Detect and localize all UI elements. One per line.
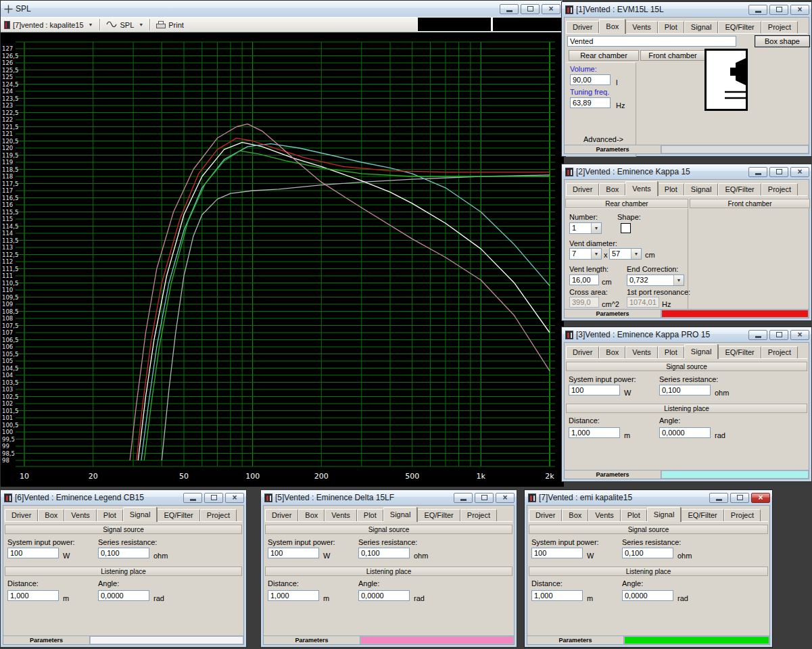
tab-eq-filter[interactable]: EQ/Filter: [157, 509, 199, 521]
parameters-bar[interactable]: Parameters: [565, 309, 809, 318]
maximize-button[interactable]: [521, 4, 540, 14]
maximize-button[interactable]: [769, 167, 788, 177]
tab-plot[interactable]: Plot: [658, 346, 684, 358]
number-combo[interactable]: 1▼: [569, 222, 602, 234]
window-1-titlebar[interactable]: [1]Vented : EVM15L 15L ×: [562, 2, 811, 17]
series-resistance-input[interactable]: [659, 385, 711, 395]
series-resistance-input[interactable]: [358, 548, 410, 558]
tab-box[interactable]: Box: [599, 19, 625, 34]
driver-select-combo[interactable]: [7]vented : kapalite15 ▼: [1, 18, 97, 32]
vent-height-combo[interactable]: 57▼: [609, 248, 642, 260]
distance-input[interactable]: [531, 590, 583, 601]
input-power-input[interactable]: [531, 548, 583, 558]
minimize-button[interactable]: [748, 5, 767, 15]
front-chamber-header[interactable]: Front chamber: [690, 199, 810, 208]
tab-eq-filter[interactable]: EQ/Filter: [718, 21, 761, 33]
spl-chart[interactable]: 127126,5126125,5125124,5124123,5123122,5…: [1, 32, 564, 487]
tab-vents[interactable]: Vents: [625, 21, 658, 33]
tab-driver[interactable]: Driver: [566, 183, 599, 195]
tab-project[interactable]: Project: [460, 509, 497, 521]
maximize-button[interactable]: [769, 330, 788, 340]
volume-input[interactable]: [570, 74, 611, 85]
maximize-button[interactable]: [204, 493, 223, 503]
tab-plot[interactable]: Plot: [621, 509, 647, 521]
tab-box[interactable]: Box: [38, 509, 64, 521]
tab-plot[interactable]: Plot: [658, 183, 684, 195]
series-resistance-input[interactable]: [98, 548, 149, 558]
series-resistance-input[interactable]: [622, 548, 673, 558]
tab-vents[interactable]: Vents: [588, 509, 621, 521]
tab-vents[interactable]: Vents: [625, 181, 658, 196]
window-3-titlebar[interactable]: [3]Vented : Eminence Kappa PRO 15 ×: [562, 327, 811, 342]
tab-driver[interactable]: Driver: [566, 21, 599, 33]
minimize-button[interactable]: [709, 493, 728, 503]
print-button[interactable]: Print: [153, 18, 187, 32]
vent-length-input[interactable]: [569, 274, 599, 285]
distance-input[interactable]: [7, 590, 59, 601]
front-chamber-button[interactable]: Front chamber: [640, 50, 705, 61]
angle-input[interactable]: [659, 427, 711, 438]
input-power-input[interactable]: [7, 548, 59, 558]
tab-box[interactable]: Box: [298, 509, 325, 521]
angle-input[interactable]: [358, 590, 410, 601]
minimize-button[interactable]: [454, 493, 473, 503]
distance-input[interactable]: [569, 427, 620, 438]
parameters-bar[interactable]: Parameters: [565, 470, 809, 479]
tab-box[interactable]: Box: [599, 346, 625, 358]
tuning-freq-input[interactable]: [570, 97, 611, 108]
vent-diameter-combo[interactable]: 7▼: [569, 248, 602, 260]
tab-project[interactable]: Project: [761, 21, 798, 33]
tab-vents[interactable]: Vents: [625, 346, 658, 358]
rear-chamber-button[interactable]: Rear chamber: [569, 50, 639, 61]
rear-chamber-header[interactable]: Rear chamber: [565, 199, 688, 208]
tab-project[interactable]: Project: [200, 509, 237, 521]
tab-eq-filter[interactable]: EQ/Filter: [718, 346, 761, 358]
minimize-button[interactable]: [748, 167, 767, 177]
angle-input[interactable]: [98, 590, 149, 601]
shape-box-icon[interactable]: [621, 223, 631, 233]
tab-vents[interactable]: Vents: [325, 509, 357, 521]
window-5-titlebar[interactable]: [5]Vented : Eminence Delta 15LF ×: [261, 490, 517, 505]
tab-project[interactable]: Project: [724, 509, 761, 521]
box-type-field[interactable]: [567, 36, 736, 47]
minimize-button[interactable]: [748, 330, 767, 340]
tab-eq-filter[interactable]: EQ/Filter: [718, 183, 761, 195]
distance-input[interactable]: [268, 590, 319, 601]
tab-signal[interactable]: Signal: [684, 344, 719, 359]
input-power-input[interactable]: [569, 385, 620, 395]
tab-plot[interactable]: Plot: [357, 509, 383, 521]
parameters-bar[interactable]: Parameters: [264, 635, 514, 644]
tab-signal[interactable]: Signal: [383, 507, 418, 522]
minimize-button[interactable]: [500, 4, 519, 14]
angle-input[interactable]: [622, 590, 673, 601]
tab-box[interactable]: Box: [599, 183, 625, 195]
close-button[interactable]: ×: [790, 330, 809, 340]
tab-project[interactable]: Project: [761, 183, 798, 195]
tab-eq-filter[interactable]: EQ/Filter: [417, 509, 460, 521]
end-correction-combo[interactable]: 0,732▼: [627, 274, 684, 286]
close-button[interactable]: ×: [790, 5, 809, 15]
tab-driver[interactable]: Driver: [5, 509, 38, 521]
parameters-bar[interactable]: Parameters: [3, 635, 243, 644]
tab-signal[interactable]: Signal: [647, 507, 682, 522]
parameters-bar[interactable]: Parameters: [527, 635, 769, 644]
close-button[interactable]: ×: [751, 493, 770, 503]
input-power-input[interactable]: [268, 548, 319, 558]
maximize-button[interactable]: [769, 5, 788, 15]
window-6-titlebar[interactable]: [6]Vented : Eminence Legend CB15 ×: [1, 490, 246, 505]
tab-box[interactable]: Box: [562, 509, 588, 521]
tab-plot[interactable]: Plot: [97, 509, 123, 521]
box-shape-button[interactable]: Box shape: [755, 35, 810, 47]
tab-driver[interactable]: Driver: [265, 509, 298, 521]
tab-signal[interactable]: Signal: [684, 183, 719, 195]
advanced-button[interactable]: Advanced->: [583, 135, 623, 143]
tab-plot[interactable]: Plot: [658, 21, 684, 33]
tab-signal[interactable]: Signal: [123, 507, 158, 522]
parameters-bar[interactable]: Parameters: [565, 145, 809, 153]
maximize-button[interactable]: [730, 493, 749, 503]
close-button[interactable]: ×: [790, 167, 809, 177]
graph-type-combo[interactable]: SPL ▼: [103, 18, 147, 32]
tab-driver[interactable]: Driver: [566, 346, 599, 358]
maximize-button[interactable]: [475, 493, 494, 503]
tab-vents[interactable]: Vents: [64, 509, 97, 521]
